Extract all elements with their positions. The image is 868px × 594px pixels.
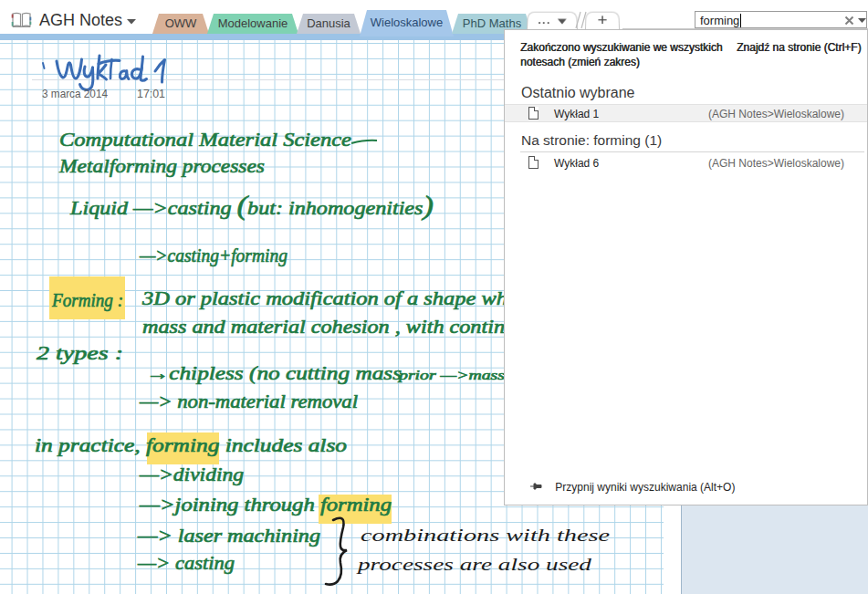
svg-text:Metalforming processes: Metalforming processes <box>58 155 265 177</box>
svg-text:—> non-material removal: —> non-material removal <box>139 391 359 412</box>
svg-text:—> laser machining: —> laser machining <box>137 526 320 547</box>
svg-text:mass and material cohesion , w: mass and material cohesion , with contin <box>142 317 505 337</box>
svg-text:2 types :: 2 types : <box>37 342 123 364</box>
svg-text:—> casting: —> casting <box>137 553 235 574</box>
svg-text:—>casting+forming: —>casting+forming <box>139 245 288 266</box>
svg-text:→chipless (no cutting mass: →chipless (no cutting mass <box>146 363 402 384</box>
svg-text:—>dividing: —>dividing <box>139 464 244 485</box>
svg-text:3 marca 2014: 3 marca 2014 <box>42 87 108 100</box>
svg-text:Forming :: Forming : <box>51 289 123 311</box>
svg-text:17:01: 17:01 <box>137 87 165 100</box>
svg-text:prior —>mass: prior —>mass <box>398 369 506 382</box>
svg-text:3D or plastic modification of: 3D or plastic modification of a shape wh <box>141 288 507 309</box>
svg-text:Computational Material Science: Computational Material Science <box>59 129 351 151</box>
svg-text:—>joining through forming: —>joining through forming <box>139 495 392 516</box>
svg-text:combinations with these: combinations with these <box>361 526 610 545</box>
svg-text:processes are also used: processes are also used <box>355 555 592 574</box>
svg-text:Liquid —>casting (but: inhomog: Liquid —>casting (but: inhomogenities) <box>69 190 434 221</box>
svg-text:in practice, forming includes: in practice, forming includes also <box>35 435 347 456</box>
